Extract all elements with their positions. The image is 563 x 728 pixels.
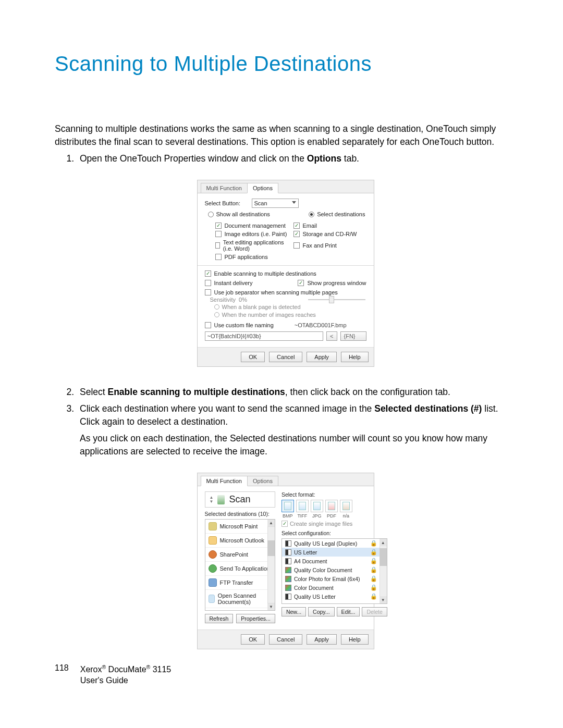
select-button-dropdown[interactable]: Scan	[252, 199, 299, 208]
checkbox-job-separator[interactable]: Use job separator when scanning multiple…	[205, 289, 338, 295]
tab-multi-function[interactable]: Multi Function	[201, 476, 248, 486]
step3-sub: As you click on each destination, the Se…	[80, 432, 516, 459]
checkbox-image-editors[interactable]: Image editors (i.e. Paint)	[215, 231, 288, 237]
sensitivity-label: Sensitivity	[210, 297, 236, 303]
checkbox-custom-file-naming[interactable]: Use custom file naming	[205, 322, 274, 328]
step3-pre: Click each destination where you want to…	[80, 403, 374, 414]
properties-button[interactable]: Properties...	[236, 614, 275, 623]
ok-button[interactable]: OK	[241, 634, 265, 645]
cancel-button[interactable]: Cancel	[269, 634, 302, 645]
sharepoint-icon	[209, 550, 217, 559]
scroll-thumb[interactable]	[267, 540, 275, 556]
refresh-button[interactable]: Refresh	[205, 614, 234, 623]
format-bmp[interactable]	[282, 500, 294, 512]
cancel-button[interactable]: Cancel	[269, 352, 302, 362]
sensitivity-value: 0%	[239, 297, 247, 303]
open-doc-icon	[209, 595, 215, 603]
configuration-list[interactable]: Quality US Legal (Duplex)🔒 US Letter🔒 A4…	[282, 538, 387, 604]
select-format-label: Select format:	[282, 491, 387, 498]
destinations-list[interactable]: Microsoft Paint Microsoft Outlook ShareP…	[205, 519, 275, 611]
lock-icon: 🔒	[370, 549, 377, 556]
apply-button[interactable]: Apply	[307, 352, 337, 362]
lock-icon: 🔒	[370, 566, 377, 573]
copy-button[interactable]: Copy...	[308, 607, 334, 616]
footer-product: Xerox® DocuMate® 3115	[80, 665, 172, 674]
checkbox-instant-delivery[interactable]: Instant delivery	[205, 280, 253, 286]
list-item: FTP Transfer	[205, 576, 275, 590]
options-dialog: Multi Function Options Select Button: Sc…	[197, 180, 374, 367]
multifunction-dialog: Multi Function Options ▲▼ Scan Selected …	[197, 473, 374, 649]
scroll-up-icon[interactable]: ▲	[380, 539, 387, 546]
lock-icon: 🔒	[370, 593, 377, 600]
intro-paragraph: Scanning to multiple destinations works …	[55, 122, 516, 148]
new-button[interactable]: New...	[282, 607, 306, 616]
checkbox-fax-print[interactable]: Fax and Print	[293, 239, 366, 252]
select-configuration-label: Select configuration:	[282, 530, 387, 536]
scroll-up-icon[interactable]: ▲	[267, 520, 275, 527]
tab-multi-function[interactable]: Multi Function	[201, 183, 248, 193]
spinner-icon[interactable]: ▲▼	[210, 496, 214, 504]
scroll-thumb[interactable]	[380, 548, 387, 566]
scan-title: Scan	[229, 494, 250, 505]
lock-icon: 🔒	[370, 558, 377, 564]
chevron-down-icon	[292, 201, 296, 204]
page-footer: 118 Xerox® DocuMate® 3115 User's Guide	[55, 663, 171, 686]
checkbox-create-single-image-files: Create single image files	[282, 521, 387, 527]
less-button[interactable]: <	[326, 331, 337, 341]
ftp-icon	[209, 578, 217, 587]
format-pdf[interactable]	[325, 500, 338, 512]
ok-button[interactable]: OK	[241, 352, 265, 362]
paint-icon	[209, 522, 217, 530]
step3-bold: Selected destinations (#)	[374, 403, 482, 414]
radio-icon	[208, 212, 214, 217]
checkbox-enable-multi-destinations[interactable]: Enable scanning to multiple destinations	[205, 270, 316, 277]
scan-icon	[217, 495, 225, 504]
checkbox-document-management[interactable]: Document management	[215, 223, 288, 229]
edit-button[interactable]: Edit...	[337, 607, 360, 616]
step1-pre: Open the OneTouch Properties window and …	[80, 153, 307, 164]
fn-token-dropdown[interactable]: {FN}	[340, 331, 366, 341]
lock-icon: 🔒	[370, 584, 377, 591]
sensitivity-slider[interactable]	[308, 299, 365, 300]
checkbox-email[interactable]: Email	[293, 223, 366, 229]
radio-select-destinations[interactable]: Select destinations	[309, 211, 365, 217]
help-button[interactable]: Help	[341, 634, 369, 645]
help-button[interactable]: Help	[341, 352, 369, 362]
step-1: Open the OneTouch Properties window and …	[77, 152, 516, 165]
delete-button[interactable]: Delete	[362, 607, 387, 616]
list-item: Open Scanned Document(s)	[205, 590, 275, 608]
radio-image-count[interactable]: When the number of images reaches	[214, 312, 366, 318]
selected-destinations-label: Selected destinations (10):	[205, 511, 275, 517]
list-item: Microsoft Paint	[205, 520, 275, 534]
outlook-icon	[209, 536, 217, 545]
select-button-label: Select Button:	[205, 200, 252, 206]
checkbox-storage-cdrw[interactable]: Storage and CD-R/W	[293, 231, 366, 237]
list-item: Send To Application	[205, 562, 275, 576]
scroll-down-icon[interactable]: ▼	[267, 603, 275, 610]
checkbox-show-progress-window[interactable]: Show progress window	[298, 280, 366, 286]
tab-options[interactable]: Options	[247, 183, 278, 193]
step-3: Click each destination where you want to…	[77, 402, 516, 459]
lock-icon: 🔒	[370, 575, 377, 582]
send-to-app-icon	[209, 564, 217, 573]
scrollbar[interactable]	[267, 520, 275, 610]
step2-pre: Select	[80, 387, 108, 397]
radio-blank-page[interactable]: When a blank page is detected	[214, 304, 366, 310]
page-number: 118	[55, 663, 69, 673]
format-na[interactable]	[340, 500, 352, 512]
footer-guide: User's Guide	[80, 676, 128, 685]
checkbox-pdf-applications[interactable]: PDF applications	[215, 254, 288, 260]
scroll-down-icon[interactable]: ▼	[380, 596, 387, 603]
step2-post: , then click back on the configuration t…	[285, 387, 450, 397]
scan-profile-header[interactable]: ▲▼ Scan	[205, 491, 275, 508]
step1-bold: Options	[307, 153, 341, 164]
format-tiff[interactable]	[296, 500, 309, 512]
lock-icon: 🔒	[370, 540, 377, 547]
select-button-value: Scan	[254, 200, 267, 206]
apply-button[interactable]: Apply	[307, 634, 337, 645]
filename時-formula-input[interactable]: ~OT{BatchID}I{#03b}	[205, 331, 324, 341]
checkbox-text-editing-apps[interactable]: Text editing applications (i.e. Word)	[215, 239, 288, 252]
format-jpg[interactable]	[311, 500, 323, 512]
tab-options[interactable]: Options	[247, 476, 278, 486]
radio-show-all-destinations[interactable]: Show all destinations	[208, 211, 270, 217]
